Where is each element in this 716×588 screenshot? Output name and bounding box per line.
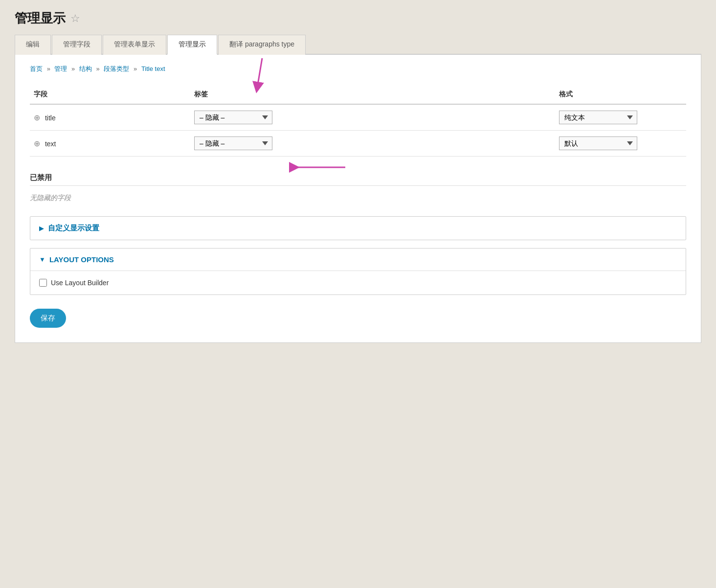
drag-handle-text[interactable]: ⊕ <box>34 139 40 148</box>
custom-display-title: 自定义显示设置 <box>48 224 99 233</box>
breadcrumb-structure[interactable]: 结构 <box>79 65 92 72</box>
layout-options-header[interactable]: ▼ LAYOUT OPTIONS <box>30 249 686 271</box>
layout-options-body: Use Layout Builder <box>30 271 686 294</box>
layout-options-section: ▼ LAYOUT OPTIONS Use Layout Builder <box>30 248 686 295</box>
layout-options-title: LAYOUT OPTIONS <box>49 255 114 264</box>
tab-manage-display[interactable]: 管理显示 <box>167 35 217 55</box>
format-select-text[interactable]: 纯文本 默认 <box>559 136 637 150</box>
tab-manage-form[interactable]: 管理表单显示 <box>103 35 166 55</box>
field-name-title: title <box>45 114 56 122</box>
col-header-label: 标签 <box>190 85 555 104</box>
col-header-field: 字段 <box>30 85 190 104</box>
custom-display-toggle-icon: ▶ <box>39 225 44 232</box>
tab-manage-fields[interactable]: 管理字段 <box>52 35 102 55</box>
breadcrumb: 首页 » 管理 » 结构 » 段落类型 » Title text <box>30 65 686 73</box>
field-name-text: text <box>45 140 56 148</box>
custom-display-section: ▶ 自定义显示设置 <box>30 216 686 240</box>
page-title: 管理显示 <box>15 10 66 27</box>
breadcrumb-current: Title text <box>141 65 165 72</box>
disabled-section: 已禁用 无隐藏的字段 <box>30 168 686 206</box>
save-button[interactable]: 保存 <box>30 309 66 328</box>
breadcrumb-paragraph-type[interactable]: 段落类型 <box>104 65 129 72</box>
disabled-header: 已禁用 <box>30 168 686 186</box>
favorite-star-icon[interactable]: ☆ <box>70 12 80 25</box>
table-row: ⊕ title – 隐藏 – 上面 内联 下面 <box>30 104 686 131</box>
use-layout-builder-checkbox[interactable] <box>39 279 47 287</box>
tabs-bar: 编辑 管理字段 管理表单显示 管理显示 翻译 paragraphs type <box>15 34 701 55</box>
custom-display-header[interactable]: ▶ 自定义显示设置 <box>30 217 686 240</box>
table-row: ⊕ text – 隐藏 – 上面 内联 下面 <box>30 131 686 157</box>
fields-table: 字段 标签 格式 ⊕ title – 隐藏 – <box>30 85 686 157</box>
drag-handle-title[interactable]: ⊕ <box>34 113 40 122</box>
col-header-format: 格式 <box>555 85 686 104</box>
tab-edit[interactable]: 编辑 <box>15 35 51 55</box>
format-select-title[interactable]: 纯文本 默认 <box>559 111 637 124</box>
tab-translate[interactable]: 翻译 paragraphs type <box>218 35 306 55</box>
breadcrumb-admin[interactable]: 管理 <box>54 65 67 72</box>
breadcrumb-home[interactable]: 首页 <box>30 65 43 72</box>
no-hidden-fields: 无隐藏的字段 <box>30 190 686 206</box>
use-layout-builder-label: Use Layout Builder <box>51 279 109 287</box>
layout-options-toggle-icon: ▼ <box>39 256 45 263</box>
label-select-text[interactable]: – 隐藏 – 上面 内联 下面 <box>194 136 272 150</box>
label-select-title[interactable]: – 隐藏 – 上面 内联 下面 <box>194 111 272 124</box>
